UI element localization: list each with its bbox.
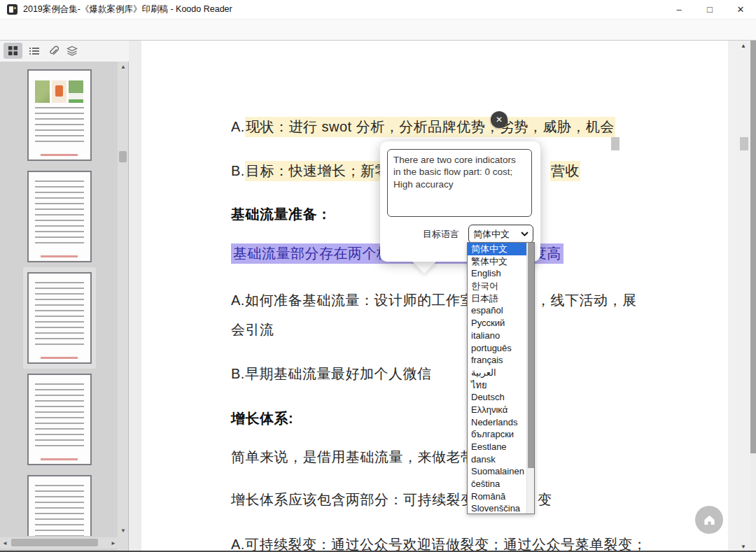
yellow-highlight: 目标：快速增长；新零 (245, 161, 390, 181)
thumbnail-list (0, 62, 118, 536)
language-option[interactable]: 繁体中文 (468, 255, 534, 268)
home-icon (703, 514, 716, 526)
language-option[interactable]: português (468, 342, 534, 355)
language-option[interactable]: Suomalainen (468, 465, 534, 478)
language-option[interactable]: Română (468, 490, 534, 503)
yellow-highlight: 营收 (550, 161, 580, 181)
minimize-button[interactable]: – (664, 0, 694, 20)
sidebar-vscroll-thumb[interactable] (119, 151, 127, 162)
sidebar-view-switcher (0, 41, 129, 62)
thumbnail-watermark (41, 357, 78, 359)
paperclip-icon (48, 45, 59, 57)
page-thumbnail[interactable] (23, 166, 96, 267)
page-thumbnail[interactable] (23, 470, 96, 536)
popup-close-button[interactable]: ✕ (491, 111, 507, 128)
window-scrollbar-track[interactable] (750, 41, 756, 552)
thumbnail-images (35, 80, 84, 103)
language-option[interactable]: Nederlands (468, 416, 534, 429)
scroll-up-icon[interactable]: ▲ (120, 64, 126, 70)
language-list-scrollbar[interactable] (526, 243, 534, 514)
language-option[interactable]: Eestlane (468, 441, 534, 453)
selected-language-value: 简体中文 (473, 228, 510, 241)
language-option[interactable]: ไทย (468, 379, 534, 392)
thumbnail-watermark (41, 154, 78, 156)
sidebar-hscroll-thumb[interactable] (11, 539, 98, 546)
language-option[interactable]: čeština (468, 478, 534, 490)
page-thumbnail[interactable] (23, 64, 96, 166)
language-option[interactable]: dansk (468, 453, 534, 466)
thumbnail-text-lines (35, 107, 84, 144)
doc-line-simply-put: 简单来说，是借用基础流量，来做老带新 (231, 448, 489, 467)
doc-line-goal: B.目标：快速增长；新零 (231, 162, 390, 181)
language-option[interactable]: Русский (468, 317, 534, 330)
outline-list-icon (29, 46, 40, 56)
thumbnail-page-preview (27, 69, 92, 161)
target-language-select[interactable]: 简体中文 (468, 225, 533, 243)
language-option[interactable]: español (468, 304, 534, 317)
thumbnail-page-preview (27, 374, 92, 465)
thumbnail-text-lines (35, 485, 84, 536)
pdf-toolbar: ↑ ↓ / 252 − + 自动缩放 » (0, 20, 756, 41)
doc-line-current-status: A.现状：进行 swot 分析，分析品牌优势，劣势，威胁，机会 (231, 118, 615, 136)
doc-line-exhibition: 会引流 (231, 320, 274, 339)
viewer-scrollbar-track[interactable]: ▲ ▼ (728, 41, 750, 552)
viewer-vscroll-thumb[interactable] (611, 137, 620, 150)
title-bar: 2019案例合集-《爆款案例库》印刷稿 - Koodo Reader – □ ✕ (0, 0, 756, 20)
sidebar-vertical-scrollbar[interactable]: ▲ ▼ (118, 62, 128, 552)
language-option[interactable]: English (468, 267, 534, 280)
thumbnail-page-preview (27, 475, 92, 536)
maximize-button[interactable]: □ (694, 0, 725, 20)
thumbnails-sidebar: ▲ ▼ ◄ ► (0, 62, 129, 552)
doc-heading-growth-system: 增长体系: (231, 409, 293, 428)
doc-line-two-parts-end: 变 (538, 490, 552, 509)
language-option[interactable]: Deutsch (468, 391, 534, 404)
window-title: 2019案例合集-《爆款案例库》印刷稿 - Koodo Reader (23, 3, 232, 15)
doc-heading-base-traffic: 基础流量准备： (231, 205, 332, 224)
thumbnail-watermark (41, 458, 78, 460)
window-scrollbar-thumb[interactable] (750, 41, 756, 453)
language-list-scroll-thumb[interactable] (528, 243, 534, 468)
doc-line-sustainable-fission: A.可持续裂变：通过公众号欢迎语做裂变；通过公众号菜单裂变； (231, 535, 647, 552)
home-button[interactable] (695, 506, 723, 534)
doc-line-goal-end: 营收 (550, 162, 580, 181)
language-option[interactable]: 한국어 (468, 280, 534, 292)
thumbnail-text-lines (35, 383, 84, 448)
thumbnail-page-preview (27, 171, 92, 262)
scroll-right-icon[interactable]: ► (111, 540, 116, 546)
language-option[interactable]: Slovenščina (468, 502, 534, 514)
thumbnails-view-button[interactable] (4, 43, 22, 59)
language-option[interactable]: 简体中文 (468, 243, 534, 255)
scroll-up-icon[interactable]: ▲ (741, 43, 746, 49)
language-option[interactable]: italiano (468, 330, 534, 342)
thumbnail-watermark (41, 255, 78, 257)
scroll-down-icon[interactable]: ▼ (741, 544, 746, 550)
attachments-view-button[interactable] (43, 43, 62, 59)
chevron-down-icon (521, 232, 528, 236)
language-option[interactable]: العربية (468, 367, 534, 379)
viewer-vscroll-thumb[interactable] (740, 137, 748, 150)
doc-line-early-traffic: B.早期基础流量最好加个人微信 (231, 365, 431, 383)
thumbnail-text-lines (35, 282, 84, 347)
close-window-button[interactable]: ✕ (725, 0, 756, 20)
grid-icon (8, 45, 18, 56)
language-list: 简体中文繁体中文English한국어日本語españolРусскийitali… (467, 242, 535, 514)
scroll-left-icon[interactable]: ◄ (2, 540, 8, 546)
layers-icon (66, 45, 78, 57)
language-option[interactable]: български (468, 428, 534, 441)
layers-view-button[interactable] (62, 43, 81, 59)
language-option[interactable]: français (468, 354, 534, 367)
page-thumbnail[interactable] (23, 267, 96, 369)
translation-result-box[interactable]: There are two core indicators in the bas… (387, 149, 532, 217)
language-option[interactable]: Ελληνικά (468, 404, 534, 416)
doc-line-how-to-prepare-end: ，线下活动，展 (536, 291, 637, 310)
doc-line-how-to-prepare: A.如何准备基础流量：设计师的工作室, (231, 291, 479, 310)
app-icon (7, 4, 18, 15)
language-option[interactable]: 日本語 (468, 292, 534, 305)
scroll-down-icon[interactable]: ▼ (120, 528, 126, 534)
yellow-highlight: 现状：进行 swot 分析，分析品牌优势，劣势，威胁，机会 (245, 117, 615, 137)
target-language-label: 目标语言 (423, 228, 459, 241)
outline-view-button[interactable] (24, 43, 43, 59)
doc-line-two-parts: 增长体系应该包含两部分：可持续裂变+ (231, 490, 484, 509)
sidebar-horizontal-scrollbar[interactable]: ◄ ► (0, 537, 118, 549)
page-thumbnail[interactable] (23, 369, 96, 470)
